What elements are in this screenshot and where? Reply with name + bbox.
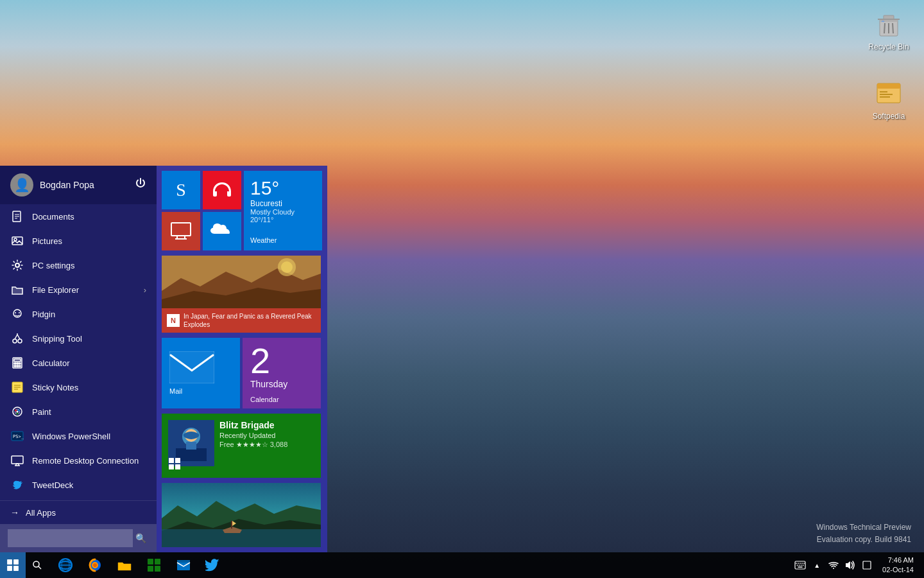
softpedia-image [873,78,904,109]
tweetdeck-icon [10,478,24,492]
svg-rect-75 [13,559,19,565]
start-button[interactable] [0,552,26,578]
news-bar: N In Japan, Fear and Panic as a Revered … [162,308,321,333]
documents-icon [10,209,24,223]
notification-icon[interactable] [860,559,873,572]
tile-calendar[interactable]: 2 Thursday Calendar [243,338,321,408]
avatar[interactable]: 👤 [10,173,33,197]
svg-point-18 [15,263,19,267]
svg-rect-70 [175,464,180,469]
recycle-bin-icon[interactable]: Recycle Bin [863,6,914,54]
svg-rect-76 [7,566,12,571]
twitter-taskbar-icon [205,557,221,574]
svg-rect-72 [162,529,321,547]
news-svg [162,256,321,308]
tiles-left-col: S [162,171,241,250]
svg-rect-10 [880,94,893,95]
svg-rect-67 [169,458,174,463]
svg-rect-8 [877,83,900,89]
softpedia-icon[interactable]: Softpedia [863,76,914,123]
pidgin-icon [10,307,24,321]
svg-rect-16 [12,237,22,245]
start-username: Bogdan Popa [40,180,94,190]
tile-store-blitz[interactable]: Blitz Brigade Recently Updated Free ★★★★… [162,414,321,478]
svg-point-21 [19,312,20,313]
svg-line-25 [17,335,20,339]
tile-desktop[interactable] [162,212,200,250]
all-apps-button[interactable]: → All Apps [0,501,157,524]
taskbar-app-ie[interactable] [51,552,80,578]
pc-settings-icon [10,258,24,272]
recycle-bin-image [873,9,904,40]
clock-time: 7:46 AM [888,556,914,565]
taskbar-app-outlook[interactable] [169,552,198,578]
taskbar-app-store[interactable] [140,552,168,578]
paint-icon [10,405,24,419]
softpedia-label: Softpedia [873,112,905,121]
avatar-icon: 👤 [14,177,30,193]
tile-mail[interactable]: Mail [162,338,240,408]
taskbar-search-button[interactable] [26,554,49,577]
svg-rect-93 [177,560,190,563]
sidebar-item-documents[interactable]: Documents [0,204,157,229]
start-user-header: 👤 Bogdan Popa [0,166,157,204]
sidebar-item-pidgin[interactable]: Pidgin [0,302,157,326]
taskbar-tray: ▲ [794,552,924,578]
paint-label: Paint [32,407,51,417]
tile-weather[interactable]: 15° Bucuresti Mostly Cloudy 20°/11° Weat… [244,171,322,250]
keyboard-icon[interactable] [794,559,807,572]
sidebar-item-pictures[interactable]: Pictures [0,229,157,253]
start-menu: 👤 Bogdan Popa [0,166,327,552]
travel-svg [162,483,321,547]
blitz-content: Blitz Brigade Recently Updated Free ★★★★… [168,420,314,466]
volume-icon[interactable] [844,559,857,572]
sidebar-item-snipping-tool[interactable]: Snipping Tool [0,326,157,351]
taskbar-app-file-explorer[interactable] [110,552,139,578]
sidebar-item-remote-desktop[interactable]: Remote Desktop Connection [0,448,157,473]
tile-onedrive[interactable] [203,212,241,250]
tray-expand-icon[interactable]: ▲ [810,559,823,572]
snipping-tool-label: Snipping Tool [32,334,82,344]
recycle-bin-label: Recycle Bin [868,42,909,51]
svg-rect-61 [169,351,214,383]
svg-rect-73 [231,521,232,529]
weather-temp: 15° [250,177,316,199]
desktop: Recycle Bin Softpedia Windows Technical … [0,0,924,578]
sidebar-item-powershell[interactable]: PS>_ Windows PowerShell [0,424,157,448]
svg-point-40 [15,410,17,412]
svg-line-6 [893,23,893,33]
pc-settings-label: PC settings [32,261,74,270]
sidebar-item-file-explorer[interactable]: File Explorer › [0,277,157,302]
svg-point-43 [17,411,19,413]
remote-desktop-icon [10,453,24,468]
svg-rect-34 [19,365,21,367]
taskbar: ▲ [0,552,924,578]
svg-rect-31 [19,363,21,364]
firefox-icon [87,557,103,574]
network-icon[interactable] [827,559,840,572]
taskbar-clock[interactable]: 7:46 AM 02-Oct-14 [877,556,919,575]
snipping-tool-icon [10,331,24,346]
tile-skype[interactable]: S [162,171,200,209]
start-menu-bottom: → All Apps 🔍 [0,500,157,552]
sidebar-item-pc-settings[interactable]: PC settings [0,253,157,277]
power-button[interactable] [135,178,146,192]
tile-news[interactable]: N In Japan, Fear and Panic as a Revered … [162,256,321,333]
svg-rect-28 [14,359,21,362]
taskbar-app-twitter[interactable] [199,552,227,578]
weather-city: Bucuresti [250,199,316,208]
start-search-input[interactable] [8,529,133,547]
sidebar-item-paint[interactable]: Paint [0,399,157,424]
cal-day-number: 2 [250,343,313,379]
tiles-bottom-row [162,212,241,250]
news-icon: N [167,314,180,327]
taskbar-app-firefox[interactable] [81,552,109,578]
tile-travel[interactable] [162,483,321,547]
sidebar-item-sticky-notes[interactable]: Sticky Notes [0,375,157,399]
start-search-icon: 🔍 [133,530,149,546]
sidebar-item-calculator[interactable]: Calculator [0,351,157,375]
sidebar-item-tweetdeck[interactable]: TweetDeck [0,473,157,497]
tile-music[interactable] [203,171,241,209]
sticky-notes-label: Sticky Notes [32,383,78,392]
svg-point-22 [13,339,17,343]
